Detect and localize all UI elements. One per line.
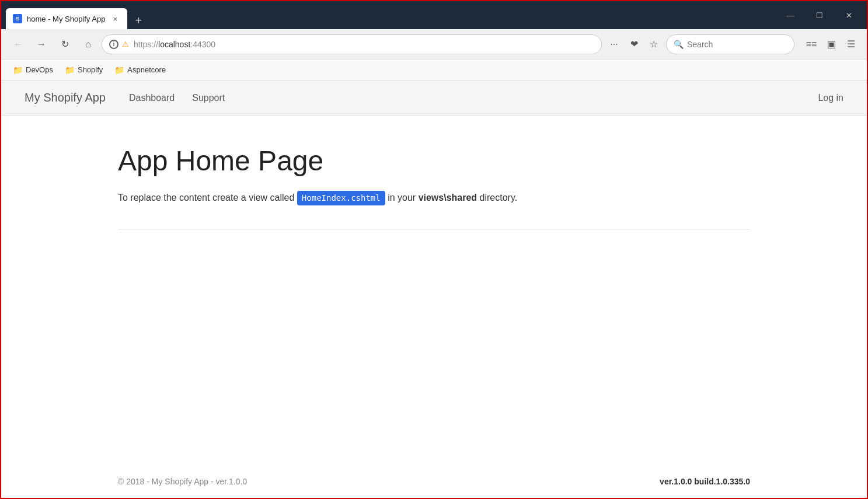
tab-favicon: S [13,14,22,23]
footer-version: ver.1.0.0 build.1.0.335.0 [660,477,750,486]
toolbar-icons: ≡≡ ▣ ☰ [803,36,860,53]
page-heading: App Home Page [118,145,750,177]
library-icon[interactable]: ≡≡ [803,36,820,53]
tab-close-button[interactable]: × [110,13,120,24]
bookmark-star-button[interactable]: ☆ [645,36,663,53]
url-protocol: https:// [134,40,158,49]
login-link[interactable]: Log in [818,93,843,103]
page-description: To replace the content create a view cal… [118,191,750,205]
bookmark-shopify-label: Shopify [78,65,103,74]
nav-link-support[interactable]: Support [192,93,225,103]
window-controls: — ☐ ✕ [777,6,862,25]
description-before: To replace the content create a view cal… [118,193,297,203]
forward-button[interactable]: → [32,34,51,54]
refresh-button[interactable]: ↻ [55,34,75,54]
code-badge: HomeIndex.cshtml [297,191,385,205]
new-tab-button[interactable]: + [130,12,147,29]
security-warning-icon: ⚠ [121,40,130,49]
version-label: ver. [660,477,674,486]
site-content: App Home Page To replace the content cre… [1,116,867,477]
version-number: 1.0.0 [674,477,692,486]
more-options-button[interactable]: ··· [605,36,623,53]
bookmarks-bar: 📁 DevOps 📁 Shopify 📁 Aspnetcore [1,60,867,81]
footer-copyright: © 2018 - My Shopify App - ver.1.0.0 [118,477,247,486]
folder-icon: 📁 [65,65,75,75]
sidebar-icon[interactable]: ▣ [822,36,840,53]
bookmark-devops[interactable]: 📁 DevOps [8,63,58,77]
home-button[interactable]: ⌂ [78,34,98,54]
url-port: :44300 [190,40,215,49]
menu-icon[interactable]: ☰ [842,36,860,53]
tab-title: home - My Shopify App [27,15,105,23]
path-text: views\shared [419,193,477,203]
content-divider [118,229,750,229]
minimize-button[interactable]: — [777,6,804,25]
folder-icon: 📁 [114,65,124,75]
navigation-bar: ← → ↻ ⌂ i ⚠ https://localhost:44300 ··· … [1,29,867,60]
bookmark-aspnetcore[interactable]: 📁 Aspnetcore [110,63,170,77]
address-bar[interactable]: i ⚠ https://localhost:44300 [102,34,602,54]
bookmark-aspnetcore-label: Aspnetcore [127,65,166,74]
website-nav: My Shopify App Dashboard Support Log in [1,81,867,116]
search-box[interactable]: 🔍 [666,34,794,54]
bookmark-devops-label: DevOps [26,65,53,74]
pocket-button[interactable]: ❤ [625,36,643,53]
maximize-button[interactable]: ☐ [806,6,833,25]
description-after: directory. [477,193,517,203]
address-text: https://localhost:44300 [134,40,594,49]
site-brand[interactable]: My Shopify App [25,91,106,104]
site-footer: © 2018 - My Shopify App - ver.1.0.0 ver.… [1,477,867,498]
bookmark-shopify[interactable]: 📁 Shopify [60,63,107,77]
close-button[interactable]: ✕ [835,6,862,25]
site-nav-links: Dashboard Support [129,93,818,103]
search-input[interactable] [687,40,789,49]
build-number: 1.0.335.0 [716,477,750,486]
nav-right-icons: ··· ❤ ☆ [605,36,663,53]
active-tab[interactable]: S home - My Shopify App × [6,8,127,29]
url-host: localhost [158,40,190,49]
tab-bar: S home - My Shopify App × + [6,1,777,29]
nav-link-dashboard[interactable]: Dashboard [129,93,175,103]
address-icons: i ⚠ [109,40,130,49]
description-middle: in your [385,193,419,203]
search-icon: 🔍 [674,40,684,49]
back-button[interactable]: ← [8,34,28,54]
info-icon: i [109,40,118,49]
folder-icon: 📁 [13,65,23,75]
title-bar: S home - My Shopify App × + — ☐ ✕ [1,1,867,29]
browser-window: S home - My Shopify App × + — ☐ ✕ ← → ↻ … [0,0,868,499]
build-label: build. [692,477,716,486]
